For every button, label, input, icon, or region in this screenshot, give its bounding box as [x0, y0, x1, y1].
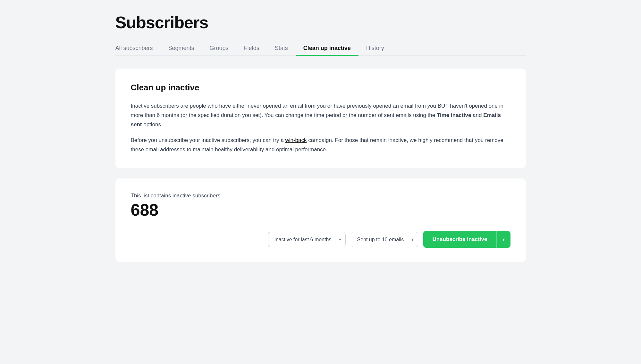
- unsubscribe-chevron-button[interactable]: ▾: [496, 231, 510, 248]
- stats-footer: Inactive for last 6 months Inactive for …: [131, 231, 510, 248]
- info-card-title: Clean up inactive: [131, 83, 510, 93]
- tab-stats[interactable]: Stats: [267, 41, 296, 55]
- tab-segments[interactable]: Segments: [161, 41, 202, 55]
- info-card-body: Inactive subscribers are people who have…: [131, 102, 510, 154]
- stats-card: This list contains inactive subscribers …: [115, 178, 526, 262]
- page-title: Subscribers: [115, 13, 526, 32]
- unsubscribe-btn-group: Unsubscribe inactive ▾: [423, 231, 510, 248]
- inactive-filter-select[interactable]: Inactive for last 6 months Inactive for …: [268, 232, 346, 247]
- tabs-nav: All subscribers Segments Groups Fields S…: [115, 41, 526, 56]
- tab-groups[interactable]: Groups: [202, 41, 236, 55]
- inactive-count: 688: [131, 202, 510, 218]
- stats-label: This list contains inactive subscribers: [131, 193, 510, 199]
- info-paragraph-1: Inactive subscribers are people who have…: [131, 102, 510, 129]
- tab-clean-up-inactive[interactable]: Clean up inactive: [296, 41, 358, 55]
- tab-history[interactable]: History: [358, 41, 392, 55]
- tab-all-subscribers[interactable]: All subscribers: [115, 41, 161, 55]
- chevron-down-icon: ▾: [502, 237, 505, 242]
- tab-fields[interactable]: Fields: [236, 41, 267, 55]
- unsubscribe-inactive-button[interactable]: Unsubscribe inactive: [423, 231, 496, 248]
- info-paragraph-2: Before you unsubscribe your inactive sub…: [131, 136, 510, 154]
- emails-filter-wrapper: Sent up to 10 emails Sent up to 5 emails…: [351, 232, 418, 247]
- info-card: Clean up inactive Inactive subscribers a…: [115, 69, 526, 168]
- win-back-link[interactable]: win-back: [285, 137, 307, 143]
- filters-row: Inactive for last 6 months Inactive for …: [268, 232, 418, 247]
- inactive-filter-wrapper: Inactive for last 6 months Inactive for …: [268, 232, 346, 247]
- emails-filter-select[interactable]: Sent up to 10 emails Sent up to 5 emails…: [351, 232, 418, 247]
